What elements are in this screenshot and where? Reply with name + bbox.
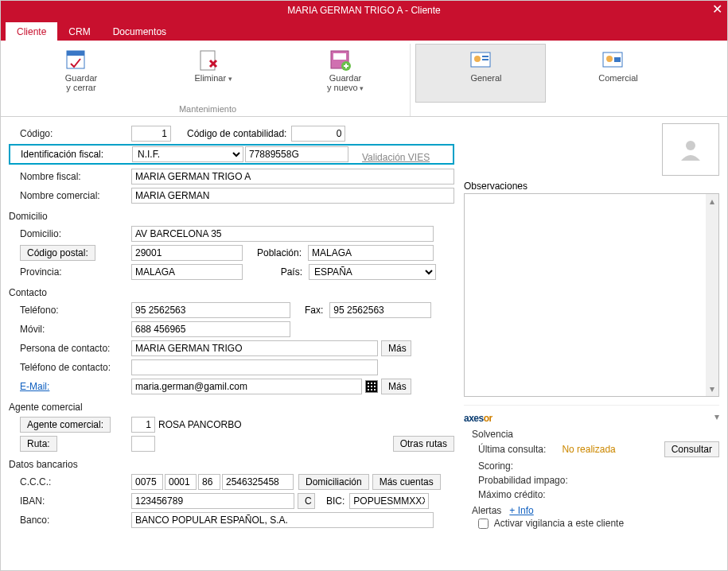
- otras-rutas-button[interactable]: Otras rutas: [393, 436, 454, 452]
- agente-num-input[interactable]: [131, 417, 155, 433]
- comercial-button[interactable]: Comercial: [547, 44, 678, 103]
- banco-label: Banco:: [9, 515, 131, 526]
- nombre-comercial-input[interactable]: [131, 188, 454, 204]
- eliminar-button[interactable]: Eliminar: [142, 44, 273, 103]
- agente-comercial-button[interactable]: Agente comercial:: [20, 417, 111, 433]
- ccc3-input[interactable]: [198, 474, 220, 490]
- svg-rect-4: [333, 53, 346, 60]
- mas-email-button[interactable]: Más: [381, 379, 411, 394]
- maximo-credito-label: Máximo crédito:: [464, 487, 719, 502]
- poblacion-label: Población:: [257, 247, 302, 258]
- telefono-contacto-input[interactable]: [131, 359, 378, 375]
- card-person-icon: [469, 46, 492, 73]
- chevron-down-icon[interactable]: ▾: [714, 411, 719, 422]
- alertas-header: Alertas: [472, 505, 501, 516]
- iban-label: IBAN:: [9, 495, 131, 507]
- scroll-down-icon[interactable]: ▾: [710, 383, 714, 394]
- observaciones-label: Observaciones: [464, 181, 719, 192]
- mas-contacto-button[interactable]: Más: [381, 340, 411, 356]
- svg-point-31: [686, 141, 695, 150]
- group-label-mantenimiento: Mantenimiento: [179, 103, 236, 116]
- iban-c-button[interactable]: C: [298, 493, 315, 509]
- guardar-cerrar-button[interactable]: Guardar y cerrar: [10, 44, 141, 103]
- tab-documentos[interactable]: Documentos: [102, 22, 177, 41]
- codigo-postal-input[interactable]: [131, 245, 243, 261]
- scoring-label: Scoring:: [464, 459, 719, 473]
- nif-type-select[interactable]: N.I.F.: [132, 146, 243, 162]
- nombre-comercial-label: Nombre comercial:: [9, 190, 131, 201]
- svg-rect-1: [67, 51, 84, 56]
- general-button[interactable]: General: [415, 44, 546, 103]
- scrollbar[interactable]: ▴▾: [706, 194, 718, 396]
- codigo-contabilidad-label: Código de contabilidad:: [187, 128, 286, 139]
- ultima-consulta-value: No realizada: [562, 444, 615, 455]
- photo-placeholder[interactable]: [662, 123, 719, 176]
- telefono-input[interactable]: [131, 302, 290, 318]
- delete-icon: [196, 46, 220, 73]
- info-link[interactable]: + Info: [509, 505, 533, 516]
- ccc4-input[interactable]: [222, 474, 294, 490]
- codigo-contabilidad-input[interactable]: [291, 126, 345, 142]
- iban-input[interactable]: [131, 493, 294, 509]
- svg-rect-12: [614, 57, 621, 62]
- card-commercial-icon: [601, 46, 625, 73]
- domicilio-section: Domicilio: [9, 211, 131, 222]
- ccc1-input[interactable]: [131, 474, 163, 490]
- ribbon-group-mantenimiento: Guardar y cerrar Eliminar Guardar y nuev…: [6, 44, 411, 116]
- person-icon: [678, 137, 703, 162]
- domiciliacion-button[interactable]: Domiciliación: [298, 474, 369, 490]
- nif-value-input[interactable]: [245, 146, 348, 162]
- ruta-input[interactable]: [131, 436, 155, 452]
- codigo-postal-button[interactable]: Código postal:: [20, 245, 95, 261]
- ribbon-group-mostrar: General Comercial Otros datos Conceptos …: [411, 44, 728, 116]
- svg-rect-9: [482, 59, 489, 60]
- provincia-label: Provincia:: [9, 266, 131, 278]
- email-label[interactable]: E-Mail:: [9, 381, 131, 392]
- persona-contacto-label: Persona de contacto:: [9, 343, 131, 354]
- qr-icon[interactable]: [365, 380, 378, 393]
- otros-datos-button[interactable]: Otros datos: [679, 44, 728, 103]
- ruta-button[interactable]: Ruta:: [20, 436, 57, 452]
- pais-select[interactable]: ESPAÑA: [309, 264, 436, 280]
- title-bar: MARIA GERMAN TRIGO A - Cliente ✕: [1, 1, 727, 20]
- banco-input[interactable]: [131, 512, 434, 528]
- activar-vigilancia-checkbox[interactable]: Activar vigilancia a este cliente: [478, 518, 624, 529]
- poblacion-input[interactable]: [308, 245, 434, 261]
- persona-contacto-input[interactable]: [131, 340, 378, 356]
- tab-strip: Cliente CRM Documentos: [1, 20, 727, 41]
- scroll-up-icon[interactable]: ▴: [710, 196, 714, 207]
- solvencia-header: Solvencia: [464, 429, 719, 440]
- window-title: MARIA GERMAN TRIGO A - Cliente: [287, 5, 441, 16]
- observaciones-textarea[interactable]: ▴▾: [464, 193, 719, 397]
- nombre-fiscal-input[interactable]: [131, 169, 454, 185]
- svg-point-7: [474, 56, 481, 62]
- ccc2-input[interactable]: [165, 474, 197, 490]
- svg-point-11: [606, 56, 613, 62]
- pais-label: País:: [257, 266, 302, 278]
- close-icon[interactable]: ✕: [712, 2, 722, 17]
- domicilio-label: Domicilio:: [9, 228, 131, 239]
- mas-cuentas-button[interactable]: Más cuentas: [372, 474, 441, 490]
- domicilio-input[interactable]: [131, 226, 434, 242]
- axesor-panel: axesor ▾ Solvencia Última consulta: No r…: [464, 405, 719, 530]
- tab-cliente[interactable]: Cliente: [6, 22, 57, 41]
- validacion-vies-link[interactable]: Validación VIES: [362, 152, 430, 163]
- telefono-label: Teléfono:: [9, 305, 131, 316]
- svg-rect-2: [200, 51, 215, 70]
- save-new-icon: [328, 46, 352, 73]
- datos-bancarios-section: Datos bancarios: [9, 459, 131, 470]
- telefono-contacto-label: Teléfono de contacto:: [9, 362, 131, 373]
- fax-input[interactable]: [329, 302, 431, 318]
- consultar-button[interactable]: Consultar: [664, 441, 719, 457]
- guardar-nuevo-button[interactable]: Guardar y nuevo: [274, 44, 405, 103]
- bic-input[interactable]: [349, 493, 429, 509]
- email-input[interactable]: [131, 379, 362, 394]
- movil-input[interactable]: [131, 321, 290, 337]
- nombre-fiscal-label: Nombre fiscal:: [9, 171, 131, 182]
- svg-rect-8: [482, 56, 489, 57]
- tab-crm[interactable]: CRM: [57, 22, 101, 41]
- provincia-input[interactable]: [131, 264, 243, 280]
- probabilidad-label: Probabilidad impago:: [464, 473, 719, 487]
- activar-vigilancia-input[interactable]: [478, 519, 489, 529]
- codigo-input[interactable]: [131, 126, 171, 142]
